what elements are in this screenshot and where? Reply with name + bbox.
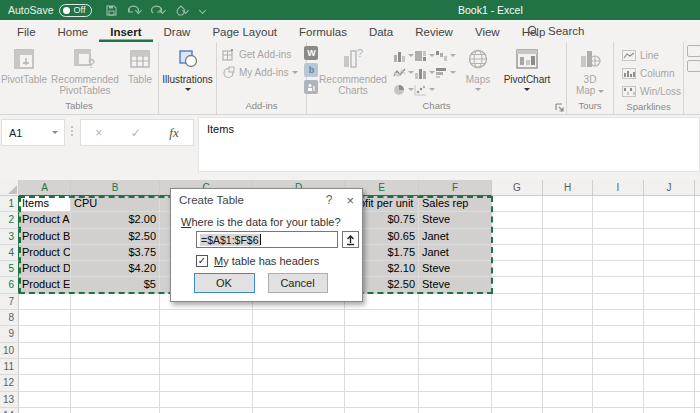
undo-dropdown-icon[interactable] [135, 6, 142, 13]
cell-I14[interactable] [593, 408, 644, 413]
autosave-control[interactable]: AutoSave Off [8, 4, 92, 17]
cell-E14[interactable] [345, 408, 419, 413]
cell-G2[interactable] [492, 212, 543, 228]
row-header-13[interactable]: 13 [0, 392, 19, 408]
column-header-B[interactable]: B [71, 180, 160, 196]
cell-H7[interactable] [543, 294, 593, 310]
cell-J2[interactable] [644, 212, 695, 228]
cell-I8[interactable] [593, 310, 644, 326]
insert-waterfall-chart-button[interactable] [435, 47, 456, 64]
cell-G11[interactable] [492, 359, 543, 375]
cell-B11[interactable] [71, 359, 160, 375]
redo-button[interactable] [151, 5, 165, 16]
recommended-pivottables-button[interactable]: ? Recommended PivotTables [48, 45, 122, 98]
cancel-button[interactable]: Cancel [268, 273, 328, 293]
cell[interactable] [695, 343, 700, 359]
cell[interactable] [695, 277, 700, 293]
insert-pie-chart-button[interactable] [393, 81, 414, 98]
cell[interactable] [695, 229, 700, 245]
cell[interactable] [695, 212, 700, 228]
checkbox-checked-icon[interactable]: ✓ [196, 255, 208, 267]
tab-data[interactable]: Data [358, 23, 404, 42]
row-header-14[interactable]: 14 [0, 408, 19, 413]
cell-H8[interactable] [543, 310, 593, 326]
cell-D14[interactable] [253, 408, 345, 413]
cell-F9[interactable] [419, 326, 492, 342]
charts-dialog-launcher-icon[interactable] [554, 102, 564, 112]
headers-checkbox-row[interactable]: ✓ My table has headers [196, 255, 319, 267]
cell-I13[interactable] [593, 392, 644, 408]
cell-B5[interactable]: $4.20 [71, 261, 160, 277]
cell-J10[interactable] [644, 343, 695, 359]
cell-G9[interactable] [492, 326, 543, 342]
cell-A2[interactable]: Product A [19, 212, 71, 228]
cell-G13[interactable] [492, 392, 543, 408]
cell-A10[interactable] [19, 343, 71, 359]
row-header-7[interactable]: 7 [0, 294, 19, 310]
row-header-12[interactable]: 12 [0, 375, 19, 391]
cell-H10[interactable] [543, 343, 593, 359]
cell-C11[interactable] [160, 359, 253, 375]
touch-mode-button[interactable] [175, 5, 188, 16]
column-header-G[interactable]: G [492, 180, 543, 196]
cell-G12[interactable] [492, 375, 543, 391]
cell-F10[interactable] [419, 343, 492, 359]
cell-I1[interactable] [593, 196, 644, 212]
cell-A5[interactable]: Product D [19, 261, 71, 277]
cell-F3[interactable]: Janet [419, 229, 492, 245]
cell-A3[interactable]: Product B [19, 229, 71, 245]
column-header-A[interactable]: A [19, 180, 71, 196]
cell-J9[interactable] [644, 326, 695, 342]
cell-G4[interactable] [492, 245, 543, 261]
cell-C9[interactable] [160, 326, 253, 342]
cell-H14[interactable] [543, 408, 593, 413]
row-header-2[interactable]: 2 [0, 212, 19, 228]
cell-I12[interactable] [593, 375, 644, 391]
get-addins-button[interactable]: Get Add-ins [220, 45, 300, 63]
cell-H4[interactable] [543, 245, 593, 261]
cell-B8[interactable] [71, 310, 160, 326]
touch-mode-dropdown-icon[interactable] [182, 6, 189, 13]
cell-F11[interactable] [419, 359, 492, 375]
cell-B3[interactable]: $2.50 [71, 229, 160, 245]
cell[interactable] [695, 294, 700, 310]
tab-review[interactable]: Review [404, 23, 464, 42]
cell-D12[interactable] [253, 375, 345, 391]
cell-G1[interactable] [492, 196, 543, 212]
dialog-header[interactable]: Create Table ? × [171, 189, 362, 211]
cell-G7[interactable] [492, 294, 543, 310]
ok-button[interactable]: OK [194, 273, 255, 293]
cell-F14[interactable] [419, 408, 492, 413]
cell-G14[interactable] [492, 408, 543, 413]
tab-home[interactable]: Home [47, 23, 100, 42]
row-header-3[interactable]: 3 [0, 229, 19, 245]
formula-bar-handle[interactable] [71, 126, 73, 136]
cell-C14[interactable] [160, 408, 253, 413]
cell-I6[interactable] [593, 277, 644, 293]
cell-G3[interactable] [492, 229, 543, 245]
cell-J6[interactable] [644, 277, 695, 293]
cell-I11[interactable] [593, 359, 644, 375]
tab-view[interactable]: View [464, 23, 511, 42]
cell-H2[interactable] [543, 212, 593, 228]
tab-page-layout[interactable]: Page Layout [201, 23, 288, 42]
cell-C10[interactable] [160, 343, 253, 359]
cell-B6[interactable]: $5 [71, 277, 160, 293]
cell-A6[interactable]: Product E [19, 277, 71, 293]
autosave-toggle[interactable]: Off [59, 4, 93, 17]
name-box-dropdown-icon[interactable] [52, 131, 58, 134]
cell-E11[interactable] [345, 359, 419, 375]
cell-C8[interactable] [160, 310, 253, 326]
sparkline-line-button[interactable]: Line [620, 46, 661, 64]
close-icon[interactable]: × [346, 194, 354, 207]
cell-A7[interactable] [19, 294, 71, 310]
cell-F1[interactable]: Sales rep [419, 196, 492, 212]
cell-G5[interactable] [492, 261, 543, 277]
cell-F6[interactable]: Steve [419, 277, 492, 293]
cell-F7[interactable] [419, 294, 492, 310]
cell-A12[interactable] [19, 375, 71, 391]
cell-I3[interactable] [593, 229, 644, 245]
pivottable-button[interactable]: PivotTable [0, 45, 48, 87]
row-header-5[interactable]: 5 [0, 261, 19, 277]
cell-H9[interactable] [543, 326, 593, 342]
